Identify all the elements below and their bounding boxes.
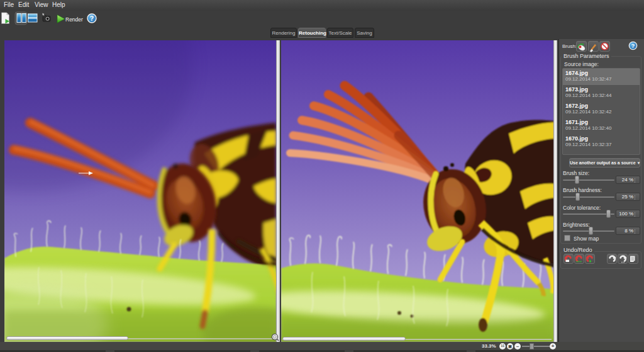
svg-text:?: ? (90, 14, 94, 22)
